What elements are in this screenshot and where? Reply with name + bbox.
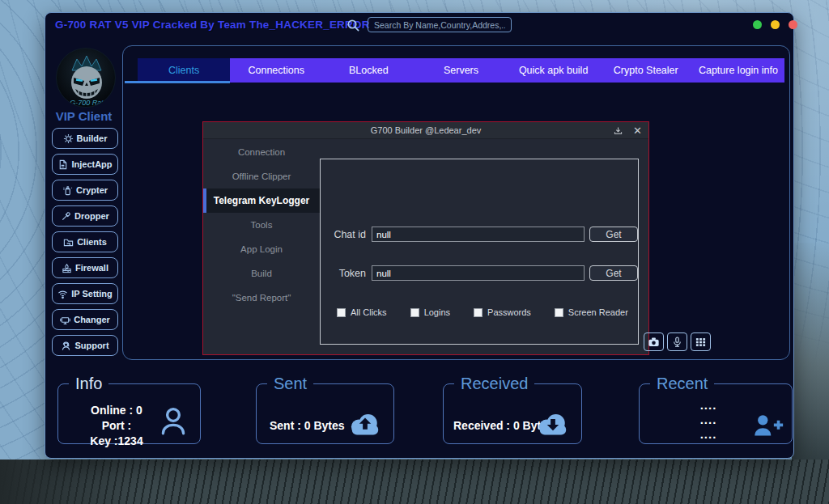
tab-blocked[interactable]: BLocked xyxy=(322,58,414,83)
crypter-icon xyxy=(62,185,73,196)
ip-setting-label: IP Setting xyxy=(71,289,113,299)
checkbox-screen-reader[interactable] xyxy=(555,308,563,317)
menu-item-telegram-keylogger[interactable]: Telegram KeyLogger xyxy=(203,188,320,213)
checkbox-passwords[interactable] xyxy=(474,308,483,317)
builder-label: Builder xyxy=(77,133,108,143)
changer-label: Changer xyxy=(74,315,110,324)
info-panel-title: Info xyxy=(69,375,108,393)
search-input[interactable] xyxy=(368,17,512,32)
received-panel: Received Received : 0 Bytes xyxy=(443,375,582,444)
nav-tabs: Clients Connections BLocked Servers Quic… xyxy=(138,58,784,83)
download-icon[interactable] xyxy=(614,126,623,135)
builder-dialog-menu: Connection Offline Clipper Telegram KeyL… xyxy=(203,140,320,354)
info-panel: Info Online : 0 Port : Key :1234 xyxy=(57,375,201,444)
recent-entry: .... xyxy=(672,413,745,427)
tab-capture-login-info[interactable]: Capture login info xyxy=(692,58,784,83)
desktop: G-700 RAT V5 VIP Cracked By Team The_HAC… xyxy=(0,0,829,504)
microphone-icon xyxy=(671,336,683,349)
builder-dialog-title: G700 Builder @Ledear_dev xyxy=(203,125,648,135)
tab-clients[interactable]: Clients xyxy=(138,58,230,83)
tab-quick-apk-build[interactable]: Quick apk build xyxy=(508,58,600,83)
chat-id-get-button[interactable]: Get xyxy=(589,227,638,242)
vip-client-label: VIP Client xyxy=(45,109,122,123)
keylogger-settings-box: Chat id Get Token Get All Clicks Logins … xyxy=(320,159,639,345)
received-panel-title: Received xyxy=(454,375,534,393)
cloud-upload-icon xyxy=(346,409,384,442)
injectapp-label: InjectApp xyxy=(71,159,112,169)
firewall-label: Firewall xyxy=(75,263,108,273)
crypter-button[interactable]: Crypter xyxy=(52,180,118,201)
token-row: Token Get xyxy=(321,265,638,282)
dropper-icon xyxy=(61,211,71,222)
builder-icon xyxy=(63,133,74,144)
sent-bytes: Sent : 0 Bytes xyxy=(270,419,345,432)
builder-dialog-titlebar: G700 Builder @Ledear_dev ✕ xyxy=(203,122,648,139)
changer-button[interactable]: Changer xyxy=(52,309,118,330)
search-icon xyxy=(346,19,360,32)
support-button[interactable]: Support xyxy=(52,335,118,356)
screen-reader-label: Screen Reader xyxy=(568,307,628,317)
ip-setting-button[interactable]: IP Setting xyxy=(52,283,118,304)
tab-servers[interactable]: Servers xyxy=(414,58,507,83)
support-icon xyxy=(61,341,71,351)
info-lines: Online : 0 Port : Key :1234 xyxy=(70,403,164,449)
builder-dialog-controls: ✕ xyxy=(614,122,642,139)
recent-entry: .... xyxy=(672,398,745,413)
tab-connections[interactable]: Connections xyxy=(230,58,322,83)
support-label: Support xyxy=(74,341,108,350)
add-person-icon xyxy=(751,411,784,442)
microphone-button[interactable] xyxy=(667,332,687,351)
builder-button[interactable]: Builder xyxy=(52,128,118,149)
checkbox-all-clicks[interactable] xyxy=(337,308,346,317)
grid-button[interactable] xyxy=(691,332,711,351)
window-restore-dot[interactable] xyxy=(771,20,780,29)
recent-entry: .... xyxy=(672,427,745,442)
chat-id-label: Chat id xyxy=(321,229,366,240)
online-count: Online : 0 xyxy=(70,403,164,418)
recent-panel-title: Recent xyxy=(650,375,714,393)
port-value: Port : xyxy=(70,418,164,434)
wallpaper-rocks xyxy=(792,243,829,463)
menu-item-send-report[interactable]: "Send Report" xyxy=(203,286,320,310)
builder-dialog: G700 Builder @Ledear_dev ✕ Connection Of… xyxy=(202,121,649,355)
window-close-dot[interactable] xyxy=(789,20,797,29)
close-icon[interactable]: ✕ xyxy=(633,125,642,136)
wallpaper-bottom xyxy=(0,460,829,504)
sent-panel-title: Sent xyxy=(267,375,313,393)
dropper-button[interactable]: Dropper xyxy=(52,205,118,227)
menu-item-build[interactable]: Build xyxy=(203,261,320,286)
camera-button[interactable] xyxy=(644,332,664,351)
token-get-button[interactable]: Get xyxy=(589,265,638,281)
token-label: Token xyxy=(321,268,366,279)
content-panel: Clients Connections BLocked Servers Quic… xyxy=(122,45,790,360)
crypter-label: Crypter xyxy=(76,185,108,195)
menu-item-app-login[interactable]: App Login xyxy=(203,237,320,261)
logins-label: Logins xyxy=(424,307,450,317)
injectapp-icon xyxy=(57,159,68,170)
recent-lines: .... .... .... xyxy=(672,398,745,442)
menu-item-tools[interactable]: Tools xyxy=(203,213,320,237)
key-value: Key :1234 xyxy=(70,434,164,449)
firewall-button[interactable]: Firewall xyxy=(52,257,118,278)
clients-label: Clients xyxy=(77,237,107,247)
clients-icon xyxy=(63,237,74,248)
all-clicks-label: All Clicks xyxy=(351,307,387,317)
token-input[interactable] xyxy=(372,265,585,281)
ip-setting-icon xyxy=(57,289,68,299)
cloud-download-icon xyxy=(534,409,572,442)
clients-button[interactable]: Clients xyxy=(52,231,118,252)
changer-icon xyxy=(60,315,70,325)
dropper-label: Dropper xyxy=(74,211,109,221)
menu-item-offline-clipper[interactable]: Offline Clipper xyxy=(203,164,320,188)
window-minimize-dot[interactable] xyxy=(753,20,762,29)
skull-logo-icon: G-700 Rat xyxy=(57,49,116,108)
person-icon xyxy=(156,403,190,442)
checkbox-logins[interactable] xyxy=(410,308,419,317)
chat-id-input[interactable] xyxy=(372,227,585,242)
app-window: G-700 RAT V5 VIP Cracked By Team The_HAC… xyxy=(45,12,794,459)
logo-caption: G-700 Rat xyxy=(70,99,104,107)
menu-item-connection[interactable]: Connection xyxy=(203,140,320,164)
tab-crypto-stealer[interactable]: Crypto Stealer xyxy=(600,58,692,83)
app-title: G-700 RAT V5 VIP Cracked By Team The_HAC… xyxy=(55,19,370,31)
injectapp-button[interactable]: InjectApp xyxy=(52,154,118,175)
